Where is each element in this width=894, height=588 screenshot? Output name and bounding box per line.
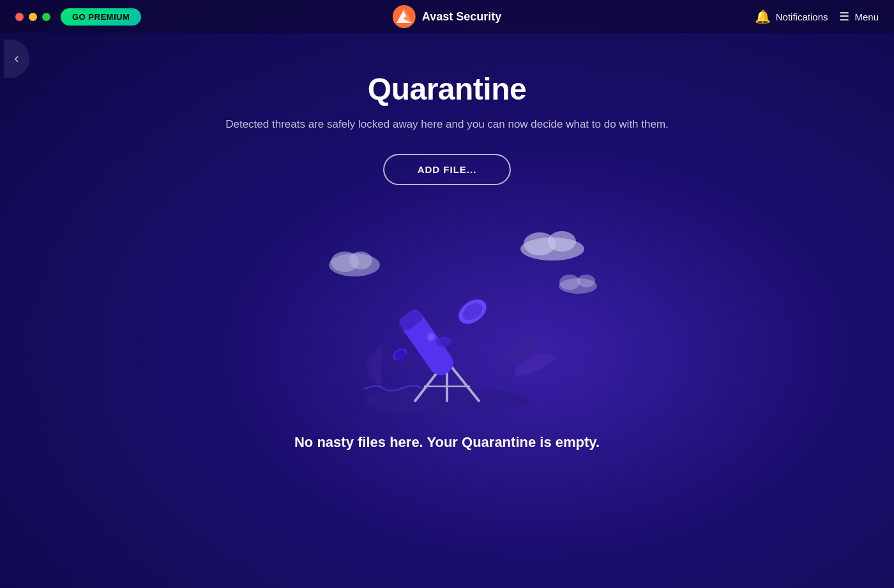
telescope-illustration: [326, 230, 568, 415]
hamburger-icon: ☰: [839, 10, 849, 24]
close-button[interactable]: [15, 13, 24, 21]
window-controls: [15, 13, 50, 21]
back-circle: ‹: [4, 40, 29, 78]
page-title: Quarantine: [368, 72, 526, 107]
svg-point-23: [428, 335, 434, 340]
notifications-button[interactable]: 🔔 Notifications: [755, 9, 828, 24]
app-name: Avast Security: [422, 10, 501, 24]
back-button[interactable]: ‹: [0, 33, 33, 84]
app-title-area: Avast Security: [393, 5, 501, 28]
svg-point-9: [577, 275, 595, 287]
minimize-button[interactable]: [29, 13, 37, 21]
page-subtitle: Detected threats are safely locked away …: [225, 118, 669, 131]
illustration-area: [287, 211, 607, 415]
notifications-label: Notifications: [776, 11, 828, 22]
avast-logo-icon: [393, 5, 416, 28]
svg-point-21: [436, 336, 451, 347]
main-content: Quarantine Detected threats are safely l…: [0, 33, 894, 451]
maximize-button[interactable]: [42, 13, 50, 21]
menu-button[interactable]: ☰ Menu: [839, 10, 879, 24]
bell-icon: 🔔: [755, 9, 771, 24]
back-icon: ‹: [14, 50, 19, 67]
titlebar: GO PREMIUM Avast Security 🔔 Notification…: [0, 0, 894, 33]
header-right: 🔔 Notifications ☰ Menu: [755, 9, 879, 24]
menu-label: Menu: [854, 11, 879, 22]
empty-state-text: No nasty files here. Your Quarantine is …: [294, 434, 600, 451]
add-file-button[interactable]: ADD FILE...: [383, 154, 511, 185]
go-premium-button[interactable]: GO PREMIUM: [61, 8, 141, 26]
